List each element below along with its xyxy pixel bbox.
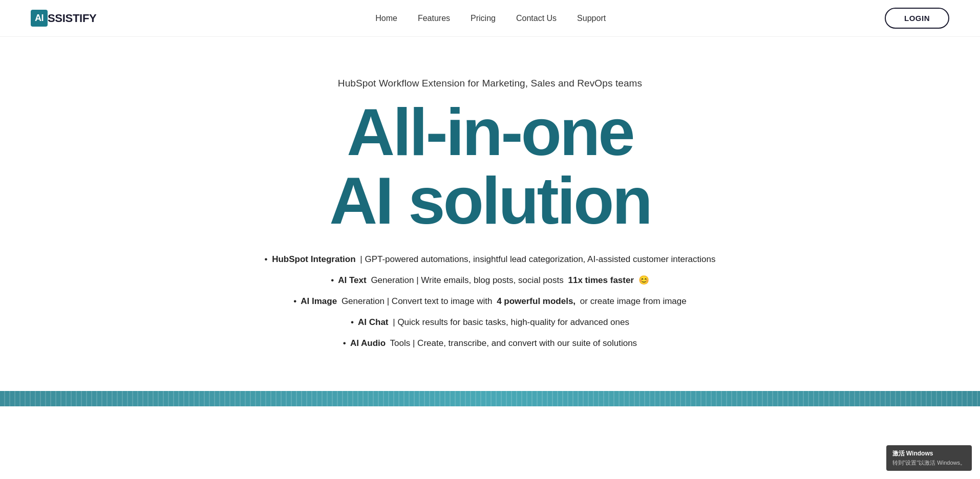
feature-hubspot: • HubSpot Integration | GPT-powered auto… [265, 252, 716, 266]
hero-section: HubSpot Workflow Extension for Marketing… [0, 37, 980, 371]
ai-image-extra: or create image from image [578, 294, 687, 308]
ai-image-label: AI Image [299, 294, 337, 308]
ai-text-emoji: 😊 [636, 273, 649, 287]
hubspot-label: HubSpot Integration [269, 252, 355, 266]
feature-ai-text: • AI Text Generation | Write emails, blo… [331, 273, 649, 287]
feature-ai-chat: • AI Chat | Quick results for basic task… [351, 315, 629, 329]
hubspot-text: | GPT-powered automations, insightful le… [358, 252, 716, 266]
hero-title: All-in-one AI solution [329, 97, 651, 234]
ai-text-bold: 11x times faster [568, 273, 634, 287]
bullet-2: • [331, 273, 334, 287]
hero-title-line1: All-in-one [329, 97, 651, 167]
nav-contact[interactable]: Contact Us [516, 14, 557, 23]
logo-box: AI [31, 10, 48, 27]
ai-text-desc: Generation | Write emails, blog posts, s… [369, 273, 566, 287]
nav-pricing[interactable]: Pricing [471, 14, 496, 23]
ai-audio-desc: Tools | Create, transcribe, and convert … [388, 336, 637, 350]
feature-ai-image: • AI Image Generation | Convert text to … [293, 294, 686, 308]
hero-title-line2: AI solution [329, 167, 651, 234]
nav-support[interactable]: Support [577, 14, 606, 23]
ai-audio-label: AI Audio [348, 336, 386, 350]
ai-chat-label: AI Chat [356, 315, 389, 329]
feature-ai-audio: • AI Audio Tools | Create, transcribe, a… [343, 336, 637, 350]
ai-text-label: AI Text [336, 273, 367, 287]
bottom-strip [0, 391, 980, 406]
logo-text: SSISTIFY [48, 12, 96, 25]
bullet-1: • [265, 252, 268, 266]
bullet-5: • [343, 336, 346, 350]
nav-home[interactable]: Home [375, 14, 397, 23]
bullet-4: • [351, 315, 354, 329]
logo-link[interactable]: AI SSISTIFY [31, 10, 96, 27]
hero-subtitle: HubSpot Workflow Extension for Marketing… [338, 78, 642, 89]
hero-features: • HubSpot Integration | GPT-powered auto… [265, 252, 716, 351]
nav-features[interactable]: Features [418, 14, 450, 23]
bullet-3: • [293, 294, 296, 308]
ai-image-desc: Generation | Convert text to image with [339, 294, 495, 308]
login-button[interactable]: LOGIN [885, 8, 949, 29]
ai-chat-desc: | Quick results for basic tasks, high-qu… [391, 315, 629, 329]
nav-links: Home Features Pricing Contact Us Support [375, 14, 606, 23]
navbar: AI SSISTIFY Home Features Pricing Contac… [0, 0, 980, 37]
ai-image-bold: 4 powerful models, [497, 294, 576, 308]
